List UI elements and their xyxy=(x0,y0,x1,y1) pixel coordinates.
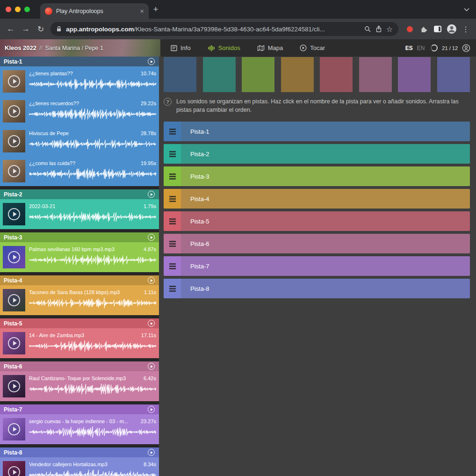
audio-clip[interactable]: Taconeo de Sara Baras (128 kbps).mp3 1.1… xyxy=(3,289,156,311)
zoom-icon[interactable] xyxy=(364,26,371,33)
macos-window-controls[interactable] xyxy=(0,7,36,12)
language-en[interactable]: EN xyxy=(417,45,425,51)
share-icon[interactable] xyxy=(375,25,382,33)
track-play-icon[interactable] xyxy=(148,363,155,370)
clip-thumbnail[interactable] xyxy=(3,461,25,476)
track-row[interactable]: Pista-7 xyxy=(164,256,470,276)
track-header[interactable]: Pista-5 xyxy=(0,318,159,328)
clip-thumbnail[interactable] xyxy=(3,70,25,93)
track-color-tile[interactable] xyxy=(281,57,314,92)
tab-mapa[interactable]: Mapa xyxy=(257,44,283,51)
audio-clip[interactable]: ¿¿como las cuida?? 19.95s xyxy=(3,160,156,182)
clip-thumbnail[interactable] xyxy=(3,100,25,123)
track-color-tile[interactable] xyxy=(164,57,196,92)
track-name[interactable]: Pista-4 xyxy=(4,277,148,284)
reload-button[interactable]: ↻ xyxy=(34,22,48,36)
track-header[interactable]: Pista-7 xyxy=(0,404,159,414)
track-play-icon[interactable] xyxy=(148,320,155,327)
clip-thumbnail[interactable] xyxy=(3,203,25,225)
zoom-window-icon[interactable] xyxy=(24,7,30,12)
clip-play-icon[interactable] xyxy=(8,294,20,306)
audio-clip[interactable]: Palmas sevillanas 160 bpm mp3.mp3 4.87s xyxy=(3,246,156,268)
track-color-tile[interactable] xyxy=(398,57,431,92)
track-row-label[interactable]: Pista-5 xyxy=(181,211,470,231)
clip-play-icon[interactable] xyxy=(8,337,20,349)
track-name[interactable]: Pista-8 xyxy=(4,449,148,456)
track-header[interactable]: Pista-1 xyxy=(0,57,159,66)
track-row[interactable]: Pista-6 xyxy=(164,234,470,253)
clip-play-icon[interactable] xyxy=(8,105,20,117)
track-color-tile[interactable] xyxy=(437,57,470,92)
browser-tab[interactable]: Play Antropoloops × xyxy=(40,3,149,19)
drag-handle[interactable] xyxy=(164,166,181,186)
breadcrumb[interactable]: Kleos 2022 // Santa Marina / Pepe 1 xyxy=(0,39,160,57)
track-color-tile[interactable] xyxy=(359,57,392,92)
audio-clip[interactable]: ¿¿tienes plantas?? 10.74s xyxy=(3,70,156,93)
track-play-icon[interactable] xyxy=(148,191,155,198)
tab-tocar[interactable]: Tocar xyxy=(300,44,325,51)
tab-search-chevron-icon[interactable] xyxy=(464,7,469,11)
audio-clip[interactable]: sergio cuevas - la harpe indienne - 03 -… xyxy=(3,418,156,440)
track-play-icon[interactable] xyxy=(148,58,155,65)
track-header[interactable]: Pista-6 xyxy=(0,361,159,371)
drag-handle[interactable] xyxy=(164,211,181,231)
track-row[interactable]: Pista-8 xyxy=(164,279,470,298)
track-row[interactable]: Pista-2 xyxy=(164,144,470,164)
track-row-label[interactable]: Pista-2 xyxy=(181,144,470,164)
track-row[interactable]: Pista-3 xyxy=(164,166,470,186)
clip-play-icon[interactable] xyxy=(8,208,20,220)
clip-play-icon[interactable] xyxy=(8,423,20,435)
track-name[interactable]: Pista-7 xyxy=(4,406,148,413)
drag-handle[interactable] xyxy=(164,189,181,209)
clip-thumbnail[interactable] xyxy=(3,160,25,182)
audio-clip[interactable]: ¿¿tienes recuerdos?? 29.22s xyxy=(3,100,156,123)
tab-close-icon[interactable]: × xyxy=(140,7,144,14)
tab-info[interactable]: Info xyxy=(171,44,191,51)
browser-profile-avatar[interactable] xyxy=(445,22,458,36)
track-color-tile[interactable] xyxy=(203,57,236,92)
track-row[interactable]: Pista-1 xyxy=(164,122,470,141)
track-play-icon[interactable] xyxy=(148,234,155,241)
track-header[interactable]: Pista-2 xyxy=(0,189,159,199)
track-name[interactable]: Pista-2 xyxy=(4,191,148,198)
account-icon[interactable] xyxy=(462,44,470,52)
track-row[interactable]: Pista-5 xyxy=(164,211,470,231)
track-row[interactable]: Pista-4 xyxy=(164,189,470,209)
clip-play-icon[interactable] xyxy=(8,251,20,263)
audio-clip[interactable]: Vendedor callejero Hortalizas.mp3 8.34s xyxy=(3,461,156,476)
track-row-label[interactable]: Pista-3 xyxy=(181,166,470,186)
close-window-icon[interactable] xyxy=(6,7,11,12)
track-header[interactable]: Pista-8 xyxy=(0,447,159,457)
drag-handle[interactable] xyxy=(164,279,181,298)
clip-thumbnail[interactable] xyxy=(3,289,25,311)
recording-extension-icon[interactable] xyxy=(403,22,416,36)
language-es[interactable]: ES xyxy=(405,45,413,51)
clip-thumbnail[interactable] xyxy=(3,246,25,268)
audio-clip[interactable]: Raul Cantizano- Toque por Solenoide.mp3 … xyxy=(3,375,156,397)
track-name[interactable]: Pista-6 xyxy=(4,363,148,370)
side-panel-icon[interactable] xyxy=(431,22,444,36)
track-row-label[interactable]: Pista-6 xyxy=(181,234,470,253)
drag-handle[interactable] xyxy=(164,234,181,253)
forward-button[interactable]: → xyxy=(19,22,33,36)
track-name[interactable]: Pista-1 xyxy=(4,58,148,65)
minimize-window-icon[interactable] xyxy=(15,7,21,12)
clip-thumbnail[interactable] xyxy=(3,418,25,440)
track-color-tile[interactable] xyxy=(320,57,353,92)
audio-clip[interactable]: Hiviscus de Pepe 28.78s xyxy=(3,130,156,152)
drag-handle[interactable] xyxy=(164,144,181,164)
track-play-icon[interactable] xyxy=(148,449,155,456)
track-play-icon[interactable] xyxy=(148,406,155,413)
clip-play-icon[interactable] xyxy=(8,466,20,476)
back-button[interactable]: ← xyxy=(4,22,18,36)
clip-play-icon[interactable] xyxy=(8,380,20,392)
clip-play-icon[interactable] xyxy=(8,135,20,147)
drag-handle[interactable] xyxy=(164,122,181,141)
clip-play-icon[interactable] xyxy=(8,165,20,177)
track-row-label[interactable]: Pista-1 xyxy=(181,122,470,141)
new-tab-button[interactable]: + xyxy=(149,2,163,16)
clip-play-icon[interactable] xyxy=(8,75,20,87)
address-bar[interactable]: app.antropoloops.com/Kleos-Santa-Marina/… xyxy=(50,22,398,36)
drag-handle[interactable] xyxy=(164,256,181,276)
track-row-label[interactable]: Pista-4 xyxy=(181,189,470,209)
